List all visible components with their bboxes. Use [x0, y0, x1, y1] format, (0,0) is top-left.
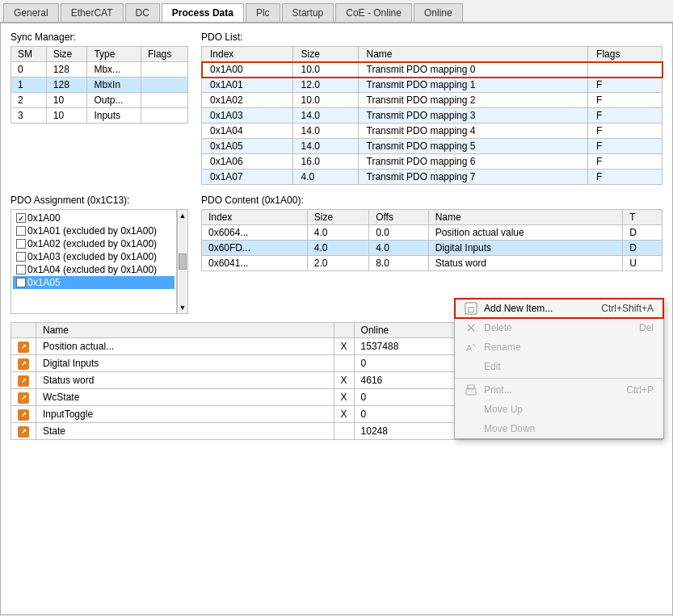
table-row[interactable]: 1 128 MbxIn [11, 78, 188, 93]
delete-shortcut: Del [639, 322, 654, 333]
delete-icon [465, 321, 477, 334]
pdo-col-name: Name [358, 47, 588, 62]
variable-icon: ↗ [18, 375, 29, 387]
scrollbar[interactable]: ▲ ▼ [177, 209, 188, 314]
lower-section: PDO Assignment (0x1C13): ✓ 0x1A00 0x1A01… [11, 195, 662, 314]
list-item[interactable]: 0x1A03 (excluded by 0x1A00) [13, 250, 175, 263]
pdo-col-size: Size [292, 47, 358, 62]
table-row[interactable]: 0x1A04 14.0 Transmit PDO mapping 4 F [202, 124, 662, 139]
main-content: Sync Manager: SM Size Type Flags 0 128 M… [0, 23, 673, 615]
print-shortcut: Ctrl+P [626, 384, 654, 396]
sync-manager-label: Sync Manager: [11, 31, 188, 43]
pdo-content-table: Index Size Offs Name T 0x6064... 4.0 0.0… [201, 209, 662, 271]
tab-plc[interactable]: Plc [246, 3, 280, 22]
edit-icon [465, 360, 477, 373]
pdc-col-name: Name [428, 210, 623, 225]
tab-ethercat[interactable]: EtherCAT [61, 3, 124, 22]
variable-icon: ↗ [18, 342, 29, 353]
variable-icon: ↗ [18, 358, 29, 370]
pdo-list-section: PDO List: Index Size Name Flags 0x1A00 1… [201, 31, 662, 185]
tab-bar: General EtherCAT DC Process Data Plc Sta… [0, 0, 673, 23]
pdo-content-label: PDO Content (0x1A00): [201, 195, 662, 206]
sm-col-size: Size [46, 47, 87, 62]
moveup-icon [465, 403, 477, 416]
svg-text:A: A [466, 343, 473, 353]
table-row[interactable]: 3 10 Inputs [11, 108, 188, 124]
tab-startup[interactable]: Startup [282, 3, 334, 22]
rename-icon: A [465, 341, 477, 354]
table-row[interactable]: 0x1A07 4.0 Transmit PDO mapping 7 F [202, 170, 662, 185]
context-menu-move-down: Move Down [455, 419, 663, 438]
pdc-col-type: T [623, 210, 662, 225]
edit-label: Edit [484, 361, 501, 372]
pdc-col-size: Size [307, 210, 368, 225]
add-new-item-label: Add New Item... [484, 303, 553, 314]
scroll-thumb[interactable] [179, 254, 187, 270]
table-row[interactable]: 0x1A00 10.0 Transmit PDO mapping 0 [202, 62, 662, 78]
pdo-assignment-section: PDO Assignment (0x1C13): ✓ 0x1A00 0x1A01… [11, 195, 188, 314]
pdo-assignment-label: PDO Assignment (0x1C13): [11, 195, 188, 206]
tab-online[interactable]: Online [414, 3, 463, 22]
context-menu-separator [455, 378, 663, 379]
table-row[interactable]: 0x1A05 14.0 Transmit PDO mapping 5 F [202, 139, 662, 154]
table-row[interactable]: 0x1A02 10.0 Transmit PDO mapping 2 F [202, 93, 662, 108]
checkbox-unchecked-icon[interactable] [16, 239, 26, 249]
variable-icon: ↗ [18, 392, 29, 404]
scroll-up-button[interactable]: ▲ [179, 212, 187, 220]
list-item[interactable]: 0x1A05 [13, 276, 175, 289]
context-menu-add-new-item[interactable]: □ Add New Item... Ctrl+Shift+A [455, 299, 663, 318]
tab-dc[interactable]: DC [125, 3, 160, 22]
rename-label: Rename [484, 342, 520, 353]
pdo-assignment-list[interactable]: ✓ 0x1A00 0x1A01 (excluded by 0x1A00) 0x1… [11, 209, 177, 314]
variable-icon: ↗ [18, 409, 29, 421]
top-section: Sync Manager: SM Size Type Flags 0 128 M… [11, 31, 662, 185]
table-row[interactable]: 0x6041... 2.0 8.0 Status word U [202, 256, 662, 271]
list-item[interactable]: 0x1A01 (excluded by 0x1A00) [13, 224, 175, 237]
tab-general[interactable]: General [3, 3, 59, 22]
pdc-col-index: Index [202, 210, 308, 225]
sm-col-sm: SM [11, 47, 47, 62]
pdo-list-label: PDO List: [201, 31, 662, 43]
table-row[interactable]: 0x1A01 12.0 Transmit PDO mapping 1 F [202, 78, 662, 93]
delete-label: Delete [484, 322, 512, 333]
pdo-col-flags: Flags [588, 47, 662, 62]
movedown-icon [465, 422, 477, 435]
move-down-label: Move Down [484, 423, 535, 434]
tab-coe-online[interactable]: CoE - Online [335, 3, 412, 22]
table-row[interactable]: 0x6064... 4.0 0.0 Position actual value … [202, 225, 662, 241]
pdo-list-table: Index Size Name Flags 0x1A00 10.0 Transm… [201, 46, 662, 185]
tab-processdata[interactable]: Process Data [162, 3, 244, 22]
context-menu: □ Add New Item... Ctrl+Shift+A Delete De… [454, 298, 664, 439]
context-menu-print: Print... Ctrl+P [455, 380, 663, 400]
context-menu-rename: A Rename [455, 337, 663, 357]
svg-line-5 [473, 344, 476, 347]
context-menu-edit: Edit [455, 357, 663, 376]
print-icon [465, 383, 477, 396]
checkbox-unchecked-icon[interactable] [16, 278, 26, 287]
sm-col-type: Type [87, 47, 141, 62]
table-row[interactable]: 0x1A06 16.0 Transmit PDO mapping 6 F [202, 154, 662, 170]
sync-manager-table: SM Size Type Flags 0 128 Mbx... 1 [11, 46, 188, 124]
checkbox-unchecked-icon[interactable] [16, 226, 26, 236]
list-item[interactable]: 0x1A02 (excluded by 0x1A00) [13, 237, 175, 250]
list-item[interactable]: 0x1A04 (excluded by 0x1A00) [13, 263, 175, 276]
add-icon: □ [465, 302, 477, 315]
svg-text:□: □ [468, 304, 473, 315]
checkbox-unchecked-icon[interactable] [16, 265, 26, 274]
table-row[interactable]: 2 10 Outp... [11, 93, 188, 108]
checkbox-unchecked-icon[interactable] [16, 252, 26, 262]
table-row[interactable]: 0x1A03 14.0 Transmit PDO mapping 3 F [202, 108, 662, 124]
table-row[interactable]: 0x60FD... 4.0 4.0 Digital Inputs D [202, 241, 662, 256]
variable-icon: ↗ [18, 426, 29, 438]
sm-col-flags: Flags [141, 47, 187, 62]
pdc-col-offs: Offs [369, 210, 428, 225]
pdo-col-index: Index [202, 47, 293, 62]
table-row[interactable]: 0 128 Mbx... [11, 62, 188, 78]
scroll-down-button[interactable]: ▼ [179, 304, 187, 312]
list-item[interactable]: ✓ 0x1A00 [13, 212, 175, 224]
add-new-item-shortcut: Ctrl+Shift+A [601, 303, 654, 314]
context-menu-move-up: Move Up [455, 400, 663, 419]
context-menu-delete: Delete Del [455, 318, 663, 337]
move-up-label: Move Up [484, 404, 523, 415]
checkbox-checked-icon[interactable]: ✓ [16, 213, 26, 223]
